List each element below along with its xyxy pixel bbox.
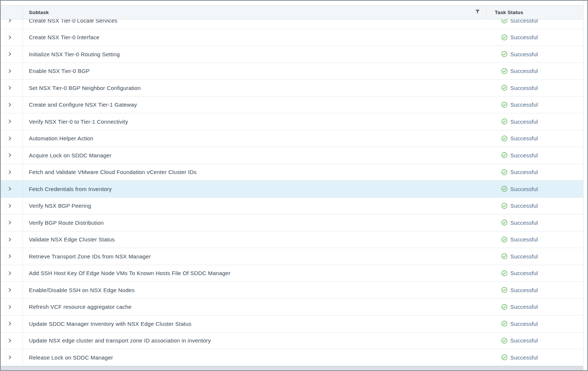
header-cell-status[interactable]: Task Status	[486, 6, 583, 19]
subtask-label: Retrieve Transport Zone IDs from NSX Man…	[29, 253, 151, 260]
row-subtask-cell: Enable NSX Tier-0 BGP	[23, 63, 486, 80]
table-row[interactable]: Add SSH Host Key Of Edge Node VMs To Kno…	[1, 265, 583, 282]
row-subtask-cell: Update NSX edge cluster and transport zo…	[23, 332, 486, 349]
status-label: Successful	[510, 85, 538, 91]
chevron-right-icon[interactable]	[7, 203, 12, 208]
table-row[interactable]: Verify NSX BGP Peering Successful	[1, 198, 583, 215]
chevron-right-icon[interactable]	[7, 271, 12, 276]
table-row[interactable]: Enable/Disable SSH on NSX Edge Nodes Suc…	[1, 282, 583, 299]
row-status-cell: Successful	[486, 63, 583, 80]
row-status-cell: Successful	[486, 198, 583, 214]
status-label: Successful	[510, 186, 538, 192]
subtask-label: Update SDDC Manager Inventory with NSX E…	[29, 321, 191, 327]
table-row[interactable]: Update NSX edge cluster and transport zo…	[1, 332, 583, 350]
table-row[interactable]: Verify NSX Tier-0 to Tier-1 Connectivity…	[1, 113, 583, 130]
status-label: Successful	[510, 51, 538, 57]
table-body: Create NSX Tier-0 Locale Services Succes…	[1, 19, 583, 366]
table-row[interactable]: Acquire Lock on SDDC Manager Successful	[1, 147, 583, 164]
row-subtask-cell: Create NSX Tier-0 Locale Services	[23, 19, 486, 29]
chevron-right-icon[interactable]	[7, 321, 12, 326]
status-label: Successful	[510, 68, 538, 74]
header-cell-subtask[interactable]: Subtask	[23, 6, 486, 19]
table-row[interactable]: Set NSX Tier-0 BGP Neighbor Configuratio…	[1, 80, 583, 97]
chevron-right-icon[interactable]	[7, 68, 12, 74]
table-row[interactable]: Release Lock on SDDC Manager Successful	[1, 349, 583, 366]
row-expander-cell	[1, 299, 23, 315]
status-label: Successful	[510, 118, 538, 125]
success-check-icon	[501, 152, 508, 158]
subtask-label: Automation Helper Action	[29, 135, 93, 141]
row-status-cell: Successful	[486, 231, 583, 248]
row-expander-cell	[1, 29, 23, 46]
row-subtask-cell: Release Lock on SDDC Manager	[23, 349, 486, 366]
row-expander-cell	[1, 164, 23, 181]
success-check-icon	[501, 253, 508, 260]
table-row[interactable]: Create and Configure NSX Tier-1 Gateway …	[1, 97, 583, 114]
row-expander-cell	[1, 63, 23, 80]
row-subtask-cell: Validate NSX Edge Cluster Status	[23, 231, 486, 248]
vertical-scroll-gutter[interactable]	[584, 1, 587, 370]
success-check-icon	[501, 354, 508, 361]
row-expander-cell	[1, 46, 23, 63]
subtask-label: Release Lock on SDDC Manager	[29, 354, 113, 361]
status-label: Successful	[510, 354, 538, 361]
table-row[interactable]: Retrieve Transport Zone IDs from NSX Man…	[1, 248, 583, 265]
success-check-icon	[501, 51, 508, 57]
status-label: Successful	[510, 203, 538, 209]
chevron-right-icon[interactable]	[7, 220, 12, 225]
subtask-label: Enable NSX Tier-0 BGP	[29, 68, 90, 74]
table-row[interactable]: Fetch Credentials from Inventory Success…	[1, 181, 583, 198]
table-row[interactable]: Validate NSX Edge Cluster Status Success…	[1, 231, 583, 248]
status-label: Successful	[510, 220, 538, 226]
success-check-icon	[501, 84, 508, 91]
table-row[interactable]: Refresh VCF resource aggregator cache Su…	[1, 299, 583, 316]
chevron-right-icon[interactable]	[7, 85, 12, 90]
table-footer-strip	[1, 366, 583, 370]
row-expander-cell	[1, 265, 23, 282]
row-subtask-cell: Refresh VCF resource aggregator cache	[23, 299, 486, 315]
chevron-right-icon[interactable]	[7, 19, 12, 23]
chevron-right-icon[interactable]	[7, 170, 12, 175]
chevron-right-icon[interactable]	[7, 136, 12, 141]
row-status-cell: Successful	[486, 19, 583, 29]
table-row[interactable]: Fetch and Validate VMware Cloud Foundati…	[1, 164, 583, 181]
table-row[interactable]: Update SDDC Manager Inventory with NSX E…	[1, 315, 583, 332]
row-status-cell: Successful	[486, 214, 583, 231]
table-row[interactable]: Enable NSX Tier-0 BGP Successful	[1, 63, 583, 80]
chevron-right-icon[interactable]	[7, 51, 12, 57]
row-status-cell: Successful	[486, 282, 583, 298]
table-top-spacer	[1, 1, 583, 5]
chevron-right-icon[interactable]	[7, 35, 12, 40]
subtask-label: Validate NSX Edge Cluster Status	[29, 236, 115, 243]
chevron-right-icon[interactable]	[7, 102, 12, 107]
table-header: Subtask Task Status	[1, 5, 583, 19]
status-label: Successful	[510, 34, 538, 40]
row-status-cell: Successful	[486, 332, 583, 349]
success-check-icon	[501, 270, 508, 277]
chevron-right-icon[interactable]	[7, 119, 12, 124]
column-filter-button[interactable]	[474, 9, 481, 16]
row-expander-cell	[1, 113, 23, 130]
chevron-right-icon[interactable]	[7, 287, 12, 293]
chevron-right-icon[interactable]	[7, 153, 12, 158]
row-expander-cell	[1, 214, 23, 231]
chevron-right-icon[interactable]	[7, 254, 12, 259]
success-check-icon	[501, 320, 508, 327]
table-row[interactable]: Create NSX Tier-0 Locale Services Succes…	[1, 19, 583, 29]
row-subtask-cell: Retrieve Transport Zone IDs from NSX Man…	[23, 248, 486, 265]
task-status-column-header: Task Status	[495, 10, 523, 15]
table-row[interactable]: Initialize NSX Tier-0 Routing Setting Su…	[1, 46, 583, 63]
chevron-right-icon[interactable]	[7, 237, 12, 242]
subtask-label: Enable/Disable SSH on NSX Edge Nodes	[29, 287, 135, 293]
row-subtask-cell: Acquire Lock on SDDC Manager	[23, 147, 486, 164]
chevron-right-icon[interactable]	[7, 304, 12, 310]
chevron-right-icon[interactable]	[7, 338, 12, 343]
table-row[interactable]: Automation Helper Action Successful	[1, 130, 583, 147]
subtask-label: Verify NSX BGP Peering	[29, 203, 91, 209]
table-row[interactable]: Verify BGP Route Distribution Successful	[1, 214, 583, 231]
row-expander-cell	[1, 315, 23, 332]
chevron-right-icon[interactable]	[7, 186, 12, 191]
chevron-right-icon[interactable]	[7, 355, 12, 360]
row-subtask-cell: Fetch Credentials from Inventory	[23, 181, 486, 197]
table-row[interactable]: Create NSX Tier-0 Interface Successful	[1, 29, 583, 46]
